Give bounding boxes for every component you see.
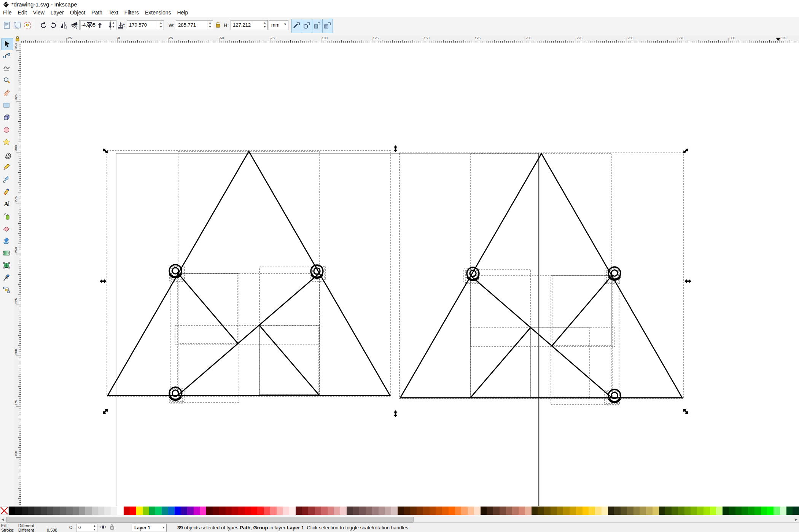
tool-ellipse[interactable] [1,124,13,136]
palette-swatch[interactable] [206,507,213,515]
ruler-lock-corner[interactable] [14,35,21,43]
palette-swatch[interactable] [328,507,334,515]
palette-swatch[interactable] [621,507,627,515]
palette-swatch[interactable] [754,507,761,515]
canvas[interactable] [21,43,799,506]
palette-swatch[interactable] [793,507,799,515]
palette-swatch[interactable] [583,507,589,515]
palette-swatch[interactable] [519,507,525,515]
tool-spray[interactable] [1,211,13,222]
palette-swatch[interactable] [761,507,767,515]
palette-swatch[interactable] [538,507,544,515]
fill-value[interactable]: Different [18,523,60,528]
palette-swatch[interactable] [723,507,729,515]
palette-swatch[interactable] [283,507,289,515]
palette-swatch[interactable] [79,507,85,515]
rotate-ccw-button[interactable] [38,19,49,32]
palette-swatch[interactable] [41,507,47,515]
palette-swatch[interactable] [410,507,417,515]
palette-swatch[interactable] [461,507,468,515]
palette-swatch[interactable] [589,507,595,515]
figure-right[interactable] [400,154,682,402]
palette-swatch[interactable] [60,507,66,515]
palette-swatch[interactable] [646,507,653,515]
palette-swatch[interactable] [468,507,474,515]
palette-swatch[interactable] [194,507,200,515]
tool-dropper[interactable] [1,272,13,284]
tool-zoom[interactable] [1,75,13,86]
scale-handle-bottom-right[interactable] [682,408,689,415]
palette-swatch[interactable] [436,507,442,515]
palette-swatch[interactable] [398,507,404,515]
palette-swatch[interactable] [417,507,423,515]
tool-connector[interactable] [1,284,13,296]
palette-swatch[interactable] [181,507,187,515]
tool-measure[interactable] [1,87,13,99]
palette-swatch[interactable] [608,507,614,515]
palette-swatch[interactable] [353,507,360,515]
palette-swatch[interactable] [506,507,513,515]
tool-pen[interactable] [1,173,13,185]
menu-help[interactable]: Help [174,9,191,16]
vertical-ruler[interactable]: 350325300275250225200175150 [14,43,21,506]
palette-swatch[interactable] [232,507,238,515]
rotate-cw-button[interactable] [48,19,59,32]
scale-stroke-toggle[interactable] [291,19,302,33]
palette-swatch[interactable] [379,507,385,515]
scroll-left-arrow[interactable]: ◀ [0,517,6,522]
y-input[interactable]: 170,570▲▼ [127,20,164,30]
palette-swatch[interactable] [34,507,41,515]
scale-pattern-toggle[interactable] [322,19,333,33]
menu-view[interactable]: View [30,9,48,16]
units-dropdown[interactable]: mm▼ [269,20,288,30]
palette-swatch[interactable] [315,507,321,515]
menu-object[interactable]: Object [67,9,88,16]
palette-swatch[interactable] [257,507,264,515]
layer-visibility-eye-icon[interactable] [100,524,107,530]
lock-ratio-icon[interactable] [215,21,221,28]
palette-swatch[interactable] [672,507,678,515]
palette-swatch[interactable] [9,507,15,515]
palette-swatch[interactable] [321,507,328,515]
tool-select[interactable] [1,38,13,50]
palette-swatch-none[interactable] [0,507,9,515]
palette-swatch[interactable] [780,507,786,515]
palette-swatch[interactable] [697,507,704,515]
palette-swatch[interactable] [168,507,175,515]
palette-swatch[interactable] [289,507,296,515]
palette-swatch[interactable] [767,507,774,515]
menu-file[interactable]: File [0,9,15,16]
palette-swatch[interactable] [92,507,98,515]
palette-swatch[interactable] [684,507,691,515]
tool-bucket[interactable] [1,235,13,246]
scale-handle-top-center[interactable] [394,145,398,152]
tool-gradient[interactable] [1,248,13,259]
scale-handle-top-left[interactable] [102,147,109,155]
scrollbar-thumb[interactable] [6,517,414,522]
palette-swatch[interactable] [532,507,538,515]
palette-swatch[interactable] [334,507,340,515]
palette-swatch[interactable] [238,507,245,515]
palette-swatch[interactable] [691,507,697,515]
scale-handle-middle-left[interactable] [100,279,107,283]
menu-edit[interactable]: Edit [15,9,30,16]
palette-swatch[interactable] [98,507,105,515]
tool-tweak[interactable] [1,63,13,74]
palette-swatch[interactable] [735,507,742,515]
palette-swatch[interactable] [659,507,665,515]
palette-swatch[interactable] [678,507,684,515]
tool-eraser[interactable] [1,223,13,234]
menu-filters[interactable]: Filters [121,9,142,16]
scale-corners-toggle[interactable] [302,19,312,33]
tool-calligraphy[interactable] [1,186,13,197]
palette-swatch[interactable] [442,507,449,515]
palette-swatch[interactable] [423,507,430,515]
scale-gradient-toggle[interactable] [312,19,323,33]
palette-swatch[interactable] [187,507,194,515]
palette-swatch[interactable] [614,507,621,515]
palette-swatch[interactable] [742,507,748,515]
palette-swatch[interactable] [251,507,258,515]
palette-swatch[interactable] [200,507,207,515]
palette-swatch[interactable] [175,507,181,515]
palette-swatch[interactable] [774,507,780,515]
